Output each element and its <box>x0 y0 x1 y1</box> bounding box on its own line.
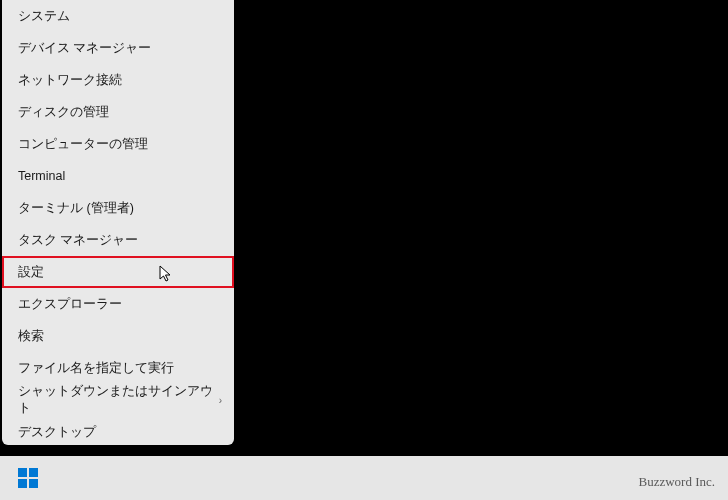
menu-item-3[interactable]: ディスクの管理 <box>2 96 234 128</box>
menu-item-label: ファイル名を指定して実行 <box>18 360 174 377</box>
menu-item-label: シャットダウンまたはサインアウト <box>18 383 218 417</box>
windows-logo-icon <box>18 468 38 488</box>
chevron-right-icon: › <box>219 395 222 406</box>
menu-item-label: ディスクの管理 <box>18 104 109 121</box>
menu-item-label: ネットワーク接続 <box>18 72 122 89</box>
menu-item-label: Terminal <box>18 169 65 183</box>
menu-item-6[interactable]: ターミナル (管理者) <box>2 192 234 224</box>
menu-item-7[interactable]: タスク マネージャー <box>2 224 234 256</box>
menu-item-label: 検索 <box>18 328 44 345</box>
menu-item-1[interactable]: デバイス マネージャー <box>2 32 234 64</box>
menu-item-label: デスクトップ <box>18 424 96 441</box>
menu-item-12[interactable]: シャットダウンまたはサインアウト› <box>2 384 234 416</box>
menu-item-5[interactable]: Terminal <box>2 160 234 192</box>
menu-item-label: エクスプローラー <box>18 296 122 313</box>
menu-item-label: デバイス マネージャー <box>18 40 151 57</box>
menu-item-label: 設定 <box>18 264 44 281</box>
menu-item-2[interactable]: ネットワーク接続 <box>2 64 234 96</box>
menu-item-9[interactable]: エクスプローラー <box>2 288 234 320</box>
menu-item-label: コンピューターの管理 <box>18 136 148 153</box>
menu-item-4[interactable]: コンピューターの管理 <box>2 128 234 160</box>
start-button[interactable] <box>14 464 42 492</box>
menu-item-label: タスク マネージャー <box>18 232 138 249</box>
menu-item-label: システム <box>18 8 70 25</box>
menu-item-11[interactable]: ファイル名を指定して実行 <box>2 352 234 384</box>
menu-item-0[interactable]: システム <box>2 0 234 32</box>
winx-context-menu: システムデバイス マネージャーネットワーク接続ディスクの管理コンピューターの管理… <box>2 0 234 445</box>
menu-item-8[interactable]: 設定 <box>2 256 234 288</box>
menu-item-label: ターミナル (管理者) <box>18 200 134 217</box>
menu-item-13[interactable]: デスクトップ <box>2 416 234 445</box>
menu-item-10[interactable]: 検索 <box>2 320 234 352</box>
taskbar <box>0 456 728 500</box>
watermark-text: Buzzword Inc. <box>638 474 715 490</box>
